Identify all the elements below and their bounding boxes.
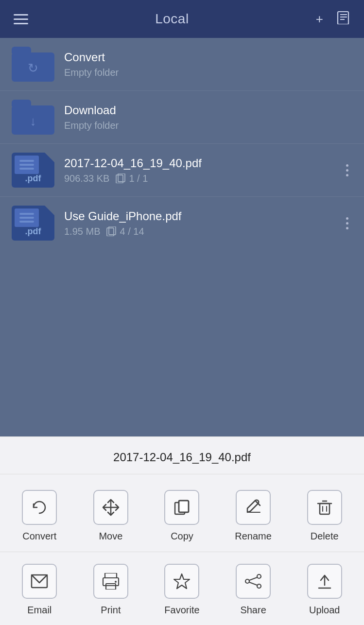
list-item[interactable]: ↓ Download Empty folder (0, 91, 364, 144)
convert-label: Convert (22, 531, 56, 542)
email-icon (22, 564, 57, 599)
svg-rect-11 (179, 501, 189, 512)
file-info: Download Empty folder (64, 104, 352, 131)
file-name: Download (64, 104, 352, 117)
header: Local + (0, 0, 364, 38)
svg-line-30 (249, 582, 257, 585)
move-icon (93, 490, 128, 525)
file-name: Use Guide_iPhone.pdf (64, 209, 342, 223)
rename-label: Rename (235, 531, 272, 542)
file-size: 906.33 KB (64, 173, 109, 184)
file-size: 1.95 MB (64, 226, 100, 237)
pdf-icon: .pdf (12, 153, 54, 188)
file-pages: 4 / 14 (106, 226, 144, 237)
upload-label: Upload (309, 605, 340, 616)
svg-marker-25 (174, 574, 190, 589)
svg-rect-15 (320, 503, 329, 514)
more-options-button[interactable] (342, 213, 352, 233)
convert-icon (22, 490, 57, 525)
convert-button[interactable]: Convert (4, 482, 75, 548)
svg-line-29 (249, 577, 257, 580)
add-icon[interactable]: + (316, 12, 323, 27)
pdf-thumbnail (15, 156, 39, 174)
delete-icon (307, 490, 342, 525)
delete-button[interactable]: Delete (289, 482, 360, 548)
upload-button[interactable]: Upload (289, 556, 360, 622)
copy-button[interactable]: Copy (146, 482, 218, 548)
folder-icon: ↻ (12, 47, 54, 82)
upload-icon (307, 564, 342, 599)
action-row-1: Convert Move (0, 474, 364, 552)
pages-icon (106, 226, 117, 236)
copy-label: Copy (171, 531, 193, 542)
list-item[interactable]: .pdf Use Guide_iPhone.pdf 1.95 MB 4 / 14 (0, 197, 364, 249)
list-item[interactable]: ↻ Convert Empty folder (0, 38, 364, 91)
copy-icon (164, 490, 199, 525)
pdf-icon: .pdf (12, 206, 54, 241)
bottom-sheet-title: 2017-12-04_16_19_40.pdf (0, 437, 364, 474)
move-label: Move (99, 531, 122, 542)
share-label: Share (240, 605, 266, 616)
svg-point-26 (245, 579, 249, 583)
file-name: Convert (64, 51, 352, 64)
more-options-button[interactable] (342, 160, 352, 180)
share-button[interactable]: Share (218, 556, 289, 622)
file-name: 2017-12-04_16_19_40.pdf (64, 156, 342, 170)
rename-button[interactable]: Rename (218, 482, 289, 548)
svg-point-27 (257, 574, 261, 578)
file-meta: Empty folder (64, 120, 352, 131)
file-meta: 906.33 KB 1 / 1 (64, 173, 342, 184)
pages-icon (115, 174, 126, 183)
menu-icon[interactable] (14, 14, 28, 24)
pdf-thumbnail (15, 208, 39, 227)
file-meta: Empty folder (64, 67, 352, 78)
svg-rect-23 (106, 584, 116, 590)
file-list: ↻ Convert Empty folder ↓ Download Empty … (0, 38, 364, 436)
favorite-button[interactable]: Favorite (146, 556, 218, 622)
list-item[interactable]: .pdf 2017-12-04_16_19_40.pdf 906.33 KB 1… (0, 144, 364, 197)
convert-folder-icon: ↻ (28, 61, 38, 76)
header-actions: + (316, 11, 350, 28)
file-info: Use Guide_iPhone.pdf 1.95 MB 4 / 14 (64, 209, 342, 237)
share-icon (236, 564, 271, 599)
svg-point-28 (257, 584, 261, 588)
action-row-2: Email Print Favorite (0, 552, 364, 625)
delete-label: Delete (311, 531, 339, 542)
pdf-label: .pdf (25, 174, 41, 184)
svg-rect-0 (338, 12, 348, 24)
header-title: Local (155, 11, 189, 27)
file-info: 2017-12-04_16_19_40.pdf 906.33 KB 1 / 1 (64, 156, 342, 184)
favorite-label: Favorite (164, 605, 199, 616)
print-icon (93, 564, 128, 599)
rename-icon (236, 490, 271, 525)
bottom-sheet: 2017-12-04_16_19_40.pdf Convert (0, 436, 364, 625)
email-button[interactable]: Email (4, 556, 75, 622)
edit-icon[interactable] (337, 11, 350, 28)
pdf-label: .pdf (25, 226, 41, 237)
folder-icon: ↓ (12, 100, 54, 135)
email-label: Email (27, 605, 52, 616)
file-meta: 1.95 MB 4 / 14 (64, 226, 342, 237)
svg-point-24 (115, 581, 117, 583)
print-button[interactable]: Print (75, 556, 147, 622)
svg-rect-21 (105, 573, 117, 578)
file-info: Convert Empty folder (64, 51, 352, 78)
move-button[interactable]: Move (75, 482, 147, 548)
favorite-icon (164, 564, 199, 599)
print-label: Print (101, 605, 121, 616)
download-folder-icon: ↓ (30, 114, 36, 129)
file-pages: 1 / 1 (115, 173, 148, 184)
